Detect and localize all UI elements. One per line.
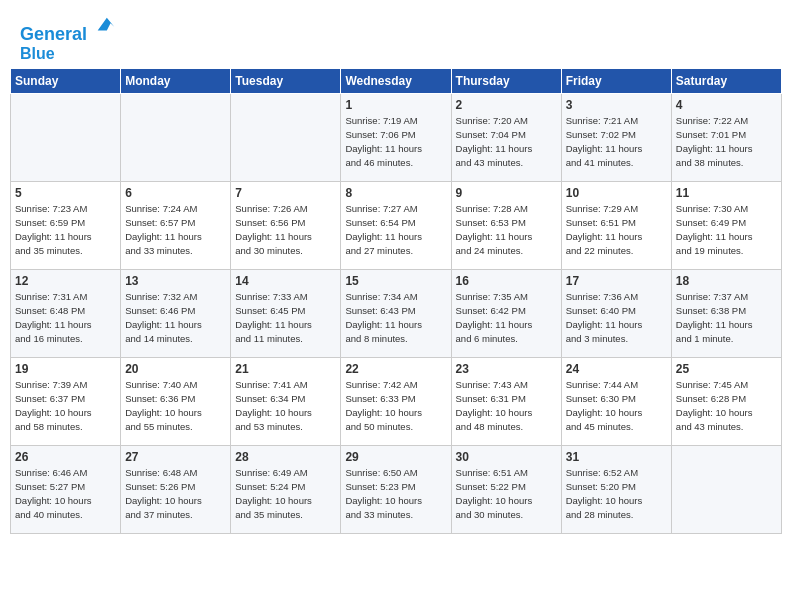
calendar-cell: 14Sunrise: 7:33 AM Sunset: 6:45 PM Dayli… (231, 270, 341, 358)
calendar-cell: 27Sunrise: 6:48 AM Sunset: 5:26 PM Dayli… (121, 446, 231, 534)
day-info: Sunrise: 7:28 AM Sunset: 6:53 PM Dayligh… (456, 202, 557, 257)
calendar-cell: 9Sunrise: 7:28 AM Sunset: 6:53 PM Daylig… (451, 182, 561, 270)
day-number: 26 (15, 450, 116, 464)
day-info: Sunrise: 7:21 AM Sunset: 7:02 PM Dayligh… (566, 114, 667, 169)
day-number: 16 (456, 274, 557, 288)
calendar-cell: 12Sunrise: 7:31 AM Sunset: 6:48 PM Dayli… (11, 270, 121, 358)
calendar-row: 12Sunrise: 7:31 AM Sunset: 6:48 PM Dayli… (11, 270, 782, 358)
calendar-row: 1Sunrise: 7:19 AM Sunset: 7:06 PM Daylig… (11, 94, 782, 182)
calendar-cell: 15Sunrise: 7:34 AM Sunset: 6:43 PM Dayli… (341, 270, 451, 358)
weekday-header: Sunday (11, 69, 121, 94)
day-info: Sunrise: 7:40 AM Sunset: 6:36 PM Dayligh… (125, 378, 226, 433)
weekday-header: Thursday (451, 69, 561, 94)
calendar-cell: 4Sunrise: 7:22 AM Sunset: 7:01 PM Daylig… (671, 94, 781, 182)
day-info: Sunrise: 7:20 AM Sunset: 7:04 PM Dayligh… (456, 114, 557, 169)
weekday-header: Saturday (671, 69, 781, 94)
calendar-cell (671, 446, 781, 534)
calendar-row: 19Sunrise: 7:39 AM Sunset: 6:37 PM Dayli… (11, 358, 782, 446)
day-number: 1 (345, 98, 446, 112)
weekday-header: Wednesday (341, 69, 451, 94)
day-number: 13 (125, 274, 226, 288)
day-number: 9 (456, 186, 557, 200)
day-number: 15 (345, 274, 446, 288)
day-info: Sunrise: 6:51 AM Sunset: 5:22 PM Dayligh… (456, 466, 557, 521)
calendar-cell: 24Sunrise: 7:44 AM Sunset: 6:30 PM Dayli… (561, 358, 671, 446)
calendar-cell (121, 94, 231, 182)
day-info: Sunrise: 7:26 AM Sunset: 6:56 PM Dayligh… (235, 202, 336, 257)
day-info: Sunrise: 7:30 AM Sunset: 6:49 PM Dayligh… (676, 202, 777, 257)
day-info: Sunrise: 7:42 AM Sunset: 6:33 PM Dayligh… (345, 378, 446, 433)
day-info: Sunrise: 7:37 AM Sunset: 6:38 PM Dayligh… (676, 290, 777, 345)
calendar-cell: 18Sunrise: 7:37 AM Sunset: 6:38 PM Dayli… (671, 270, 781, 358)
day-number: 2 (456, 98, 557, 112)
logo-icon (94, 14, 116, 36)
logo: General Blue (20, 18, 116, 62)
calendar-row: 5Sunrise: 7:23 AM Sunset: 6:59 PM Daylig… (11, 182, 782, 270)
calendar-cell: 21Sunrise: 7:41 AM Sunset: 6:34 PM Dayli… (231, 358, 341, 446)
day-number: 7 (235, 186, 336, 200)
day-number: 10 (566, 186, 667, 200)
calendar-cell: 1Sunrise: 7:19 AM Sunset: 7:06 PM Daylig… (341, 94, 451, 182)
calendar-cell: 6Sunrise: 7:24 AM Sunset: 6:57 PM Daylig… (121, 182, 231, 270)
calendar-cell: 2Sunrise: 7:20 AM Sunset: 7:04 PM Daylig… (451, 94, 561, 182)
weekday-header: Tuesday (231, 69, 341, 94)
day-number: 20 (125, 362, 226, 376)
day-number: 24 (566, 362, 667, 376)
calendar-cell: 5Sunrise: 7:23 AM Sunset: 6:59 PM Daylig… (11, 182, 121, 270)
calendar-cell: 25Sunrise: 7:45 AM Sunset: 6:28 PM Dayli… (671, 358, 781, 446)
calendar-row: 26Sunrise: 6:46 AM Sunset: 5:27 PM Dayli… (11, 446, 782, 534)
day-info: Sunrise: 7:39 AM Sunset: 6:37 PM Dayligh… (15, 378, 116, 433)
page-header: General Blue (10, 10, 782, 68)
logo-general: General (20, 24, 87, 44)
calendar-cell: 17Sunrise: 7:36 AM Sunset: 6:40 PM Dayli… (561, 270, 671, 358)
day-number: 4 (676, 98, 777, 112)
calendar-table: SundayMondayTuesdayWednesdayThursdayFrid… (10, 68, 782, 534)
day-info: Sunrise: 6:46 AM Sunset: 5:27 PM Dayligh… (15, 466, 116, 521)
day-number: 31 (566, 450, 667, 464)
day-number: 18 (676, 274, 777, 288)
logo-blue: Blue (20, 45, 116, 63)
calendar-cell: 28Sunrise: 6:49 AM Sunset: 5:24 PM Dayli… (231, 446, 341, 534)
calendar-cell: 11Sunrise: 7:30 AM Sunset: 6:49 PM Dayli… (671, 182, 781, 270)
day-info: Sunrise: 6:52 AM Sunset: 5:20 PM Dayligh… (566, 466, 667, 521)
day-info: Sunrise: 6:49 AM Sunset: 5:24 PM Dayligh… (235, 466, 336, 521)
day-number: 11 (676, 186, 777, 200)
calendar-cell: 13Sunrise: 7:32 AM Sunset: 6:46 PM Dayli… (121, 270, 231, 358)
calendar-cell: 30Sunrise: 6:51 AM Sunset: 5:22 PM Dayli… (451, 446, 561, 534)
calendar-cell: 23Sunrise: 7:43 AM Sunset: 6:31 PM Dayli… (451, 358, 561, 446)
calendar-cell: 29Sunrise: 6:50 AM Sunset: 5:23 PM Dayli… (341, 446, 451, 534)
calendar-cell: 22Sunrise: 7:42 AM Sunset: 6:33 PM Dayli… (341, 358, 451, 446)
day-info: Sunrise: 7:45 AM Sunset: 6:28 PM Dayligh… (676, 378, 777, 433)
calendar-cell (11, 94, 121, 182)
day-info: Sunrise: 7:41 AM Sunset: 6:34 PM Dayligh… (235, 378, 336, 433)
day-number: 12 (15, 274, 116, 288)
day-number: 21 (235, 362, 336, 376)
day-info: Sunrise: 7:27 AM Sunset: 6:54 PM Dayligh… (345, 202, 446, 257)
calendar-cell: 16Sunrise: 7:35 AM Sunset: 6:42 PM Dayli… (451, 270, 561, 358)
day-info: Sunrise: 7:22 AM Sunset: 7:01 PM Dayligh… (676, 114, 777, 169)
day-info: Sunrise: 7:23 AM Sunset: 6:59 PM Dayligh… (15, 202, 116, 257)
day-info: Sunrise: 7:29 AM Sunset: 6:51 PM Dayligh… (566, 202, 667, 257)
calendar-cell (231, 94, 341, 182)
calendar-cell: 20Sunrise: 7:40 AM Sunset: 6:36 PM Dayli… (121, 358, 231, 446)
day-number: 30 (456, 450, 557, 464)
day-info: Sunrise: 7:33 AM Sunset: 6:45 PM Dayligh… (235, 290, 336, 345)
day-info: Sunrise: 7:34 AM Sunset: 6:43 PM Dayligh… (345, 290, 446, 345)
day-number: 22 (345, 362, 446, 376)
day-info: Sunrise: 7:32 AM Sunset: 6:46 PM Dayligh… (125, 290, 226, 345)
day-number: 17 (566, 274, 667, 288)
day-number: 23 (456, 362, 557, 376)
calendar-cell: 3Sunrise: 7:21 AM Sunset: 7:02 PM Daylig… (561, 94, 671, 182)
calendar-cell: 26Sunrise: 6:46 AM Sunset: 5:27 PM Dayli… (11, 446, 121, 534)
weekday-header: Friday (561, 69, 671, 94)
day-info: Sunrise: 6:48 AM Sunset: 5:26 PM Dayligh… (125, 466, 226, 521)
day-number: 27 (125, 450, 226, 464)
calendar-cell: 8Sunrise: 7:27 AM Sunset: 6:54 PM Daylig… (341, 182, 451, 270)
day-info: Sunrise: 7:24 AM Sunset: 6:57 PM Dayligh… (125, 202, 226, 257)
day-info: Sunrise: 7:35 AM Sunset: 6:42 PM Dayligh… (456, 290, 557, 345)
day-number: 6 (125, 186, 226, 200)
day-number: 29 (345, 450, 446, 464)
day-info: Sunrise: 7:43 AM Sunset: 6:31 PM Dayligh… (456, 378, 557, 433)
calendar-cell: 10Sunrise: 7:29 AM Sunset: 6:51 PM Dayli… (561, 182, 671, 270)
day-info: Sunrise: 7:44 AM Sunset: 6:30 PM Dayligh… (566, 378, 667, 433)
